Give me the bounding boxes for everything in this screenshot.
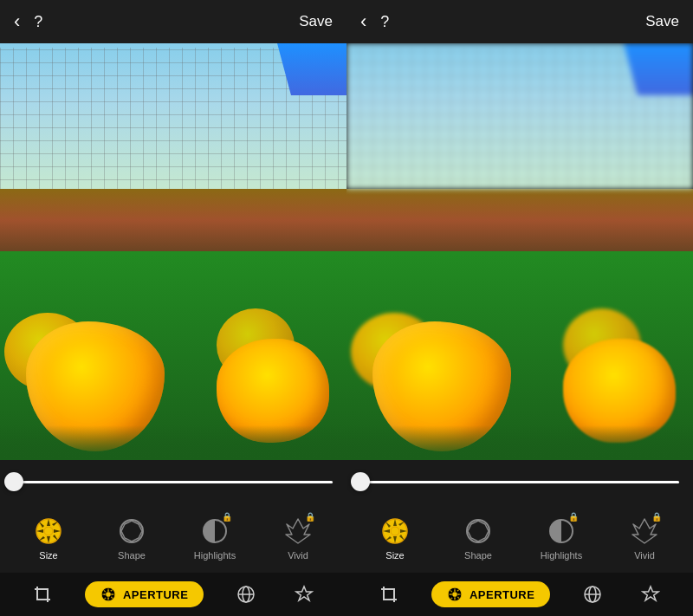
tool-shape-left[interactable]: Shape (106, 515, 158, 561)
highlights-icon-wrap-left: 🔒 (199, 515, 230, 547)
photo-scene-left (0, 43, 346, 460)
sky-left (0, 43, 346, 189)
tools-row-left: Size Shape (0, 503, 346, 573)
back-button[interactable]: ‹ (14, 10, 20, 33)
sky-right (346, 43, 693, 189)
shape-icon-right (464, 517, 492, 545)
highlights-lock-left: 🔒 (222, 512, 234, 524)
tools-row-right: Size Shape (346, 503, 693, 573)
size-label-left: Size (39, 550, 57, 561)
bottom-controls-left: Size Shape (0, 460, 346, 616)
size-icon-wrap-right (379, 515, 411, 547)
highlights-label-left: Highlights (194, 550, 236, 561)
svg-point-14 (391, 527, 399, 535)
slider-thumb-left[interactable] (4, 472, 23, 491)
help-button[interactable]: ? (34, 13, 42, 31)
star-icon-right[interactable] (635, 579, 666, 610)
vivid-label-right: Vivid (634, 550, 655, 561)
highlights-label-right: Highlights (541, 550, 582, 561)
tool-size-left[interactable]: Size (23, 515, 74, 561)
size-icon-left (35, 517, 62, 545)
slider-thumb-right[interactable] (351, 472, 370, 491)
svg-point-2 (120, 520, 143, 542)
photo-container-left (0, 43, 346, 460)
svg-point-15 (467, 520, 489, 542)
size-icon-wrap-left (33, 515, 64, 547)
action-bar-right: APERTURE (346, 573, 693, 616)
shape-icon-left (118, 517, 146, 545)
filter-icon-right[interactable] (577, 579, 608, 610)
vivid-icon-wrap-right: 🔒 (629, 515, 660, 547)
photo-container-right (346, 43, 693, 460)
ground-right (346, 189, 693, 251)
stems-right (346, 425, 693, 460)
flowers-right (346, 251, 693, 460)
tool-vivid-left[interactable]: 🔒 Vivid (272, 515, 324, 561)
highlights-lock-right: 🔒 (568, 512, 580, 524)
vivid-lock-right: 🔒 (651, 512, 664, 524)
shape-label-right: Shape (464, 550, 492, 561)
shape-icon-wrap-left (116, 515, 147, 547)
ground-left (0, 189, 346, 251)
aperture-button-right[interactable]: APERTURE (431, 581, 551, 607)
slider-track-left[interactable] (14, 481, 333, 483)
right-panel: ‹ ? Save (346, 0, 693, 616)
back-button-right[interactable]: ‹ (360, 10, 366, 33)
crop-icon-left[interactable] (27, 579, 58, 610)
crop-icon-right[interactable] (373, 579, 405, 610)
highlights-icon-wrap-right: 🔒 (546, 515, 577, 547)
tool-highlights-right[interactable]: 🔒 Highlights (535, 515, 587, 561)
filter-icon-left[interactable] (230, 579, 262, 610)
top-bar-right: ‹ ? Save (346, 0, 693, 43)
svg-point-21 (452, 592, 457, 597)
help-button-right[interactable]: ? (380, 13, 389, 31)
aperture-button-left[interactable]: APERTURE (85, 581, 204, 607)
slider-row-left[interactable] (0, 460, 346, 503)
size-icon-right (381, 517, 409, 545)
slider-fill-left (14, 481, 333, 483)
tool-size-right[interactable]: Size (369, 515, 421, 561)
shape-icon-wrap-right (463, 515, 494, 547)
vivid-label-left: Vivid (288, 550, 308, 561)
svg-point-9 (106, 592, 111, 597)
star-icon-left[interactable] (288, 579, 320, 610)
slider-fill-right (360, 481, 679, 483)
top-bar-left: ‹ ? Save (0, 0, 346, 43)
tool-shape-right[interactable]: Shape (452, 515, 504, 561)
aperture-label-right: APERTURE (470, 588, 535, 601)
svg-point-1 (44, 527, 53, 535)
tool-highlights-left[interactable]: 🔒 Highlights (189, 515, 241, 561)
flowers-left (0, 251, 346, 460)
top-bar-left-controls: ‹ ? (14, 10, 42, 33)
aperture-label-left: APERTURE (123, 588, 189, 601)
left-panel: ‹ ? Save (0, 0, 346, 616)
shape-label-left: Shape (118, 550, 146, 561)
stems-left (0, 425, 346, 460)
vivid-icon-wrap-left: 🔒 (282, 515, 314, 547)
vivid-lock-left: 🔒 (305, 512, 317, 524)
bottom-controls-right: Size Shape (346, 460, 693, 616)
save-button[interactable]: Save (299, 13, 333, 30)
top-bar-right-controls: ‹ ? (360, 10, 389, 33)
save-button-right[interactable]: Save (645, 13, 679, 30)
photo-scene-right (346, 43, 693, 460)
size-label-right: Size (385, 550, 404, 561)
slider-row-right[interactable] (346, 460, 693, 503)
slider-track-right[interactable] (360, 481, 679, 483)
action-bar-left: APERTURE (0, 573, 346, 616)
tool-vivid-right[interactable]: 🔒 Vivid (619, 515, 670, 561)
